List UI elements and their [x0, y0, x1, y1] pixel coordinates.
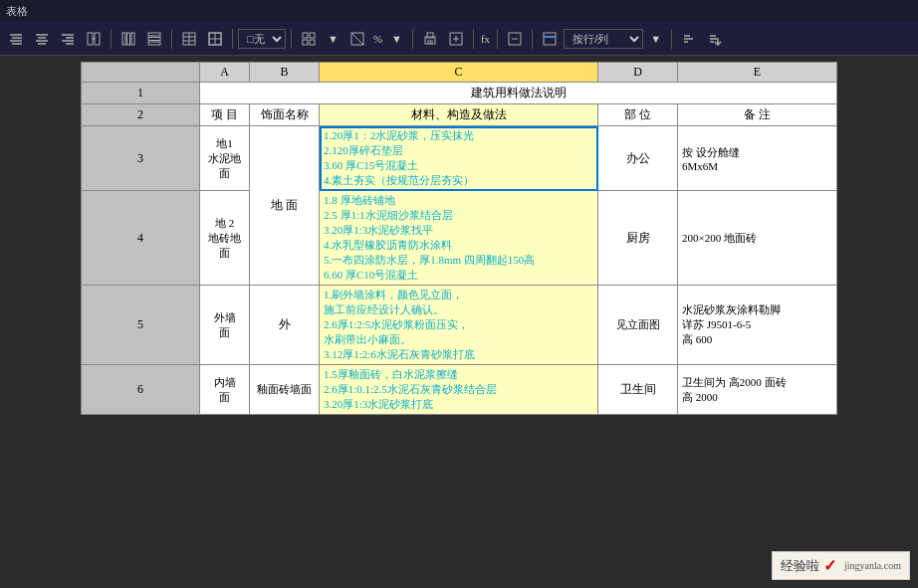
title-cell[interactable]: 建筑用料做法说明 — [200, 83, 837, 104]
corner-cell — [82, 63, 200, 83]
rownum-1: 1 — [82, 83, 200, 104]
sep8 — [532, 29, 533, 49]
cell-3-E[interactable]: 按 设分舱缝 6Mx6M — [678, 126, 837, 191]
row-1: 1 建筑用料做法说明 — [82, 83, 837, 104]
svg-rect-30 — [303, 40, 308, 45]
header-A[interactable]: 项 目 — [200, 104, 250, 126]
svg-rect-13 — [95, 33, 100, 45]
cell-4-A[interactable]: 地 2 地砖地面 — [200, 191, 250, 286]
watermark: 经验啦 ✓ jingyanla.com — [772, 551, 910, 580]
cell-4-E[interactable]: 200×200 地面砖 — [678, 191, 837, 286]
cell-6-E[interactable]: 卫生间为 高2000 面砖 高 2000 — [678, 365, 837, 415]
toolbar-percent-label: % — [371, 33, 384, 45]
toolbar-row-format[interactable] — [142, 29, 166, 49]
toolbar-sort2-btn[interactable] — [703, 29, 727, 49]
row-3: 3 地1 水泥地面 地 面 1.20厚1：2水泥砂浆，压实抹光 2.120厚碎石… — [82, 126, 837, 191]
toolbar-col-format[interactable] — [116, 29, 140, 49]
table-title-text: 建筑用料做法说明 — [471, 86, 567, 99]
cell-3-B[interactable]: 地 面 — [250, 126, 320, 286]
rownum-5: 5 — [82, 286, 200, 365]
header-B[interactable]: 饰面名称 — [250, 104, 320, 126]
cell-4-D[interactable]: 厨房 — [598, 191, 678, 286]
top-bar: 表格 — [0, 0, 918, 22]
toolbar-indent-left[interactable] — [4, 29, 28, 49]
header-D[interactable]: 部 位 — [598, 104, 678, 126]
row-2: 2 项 目 饰面名称 材料、构造及做法 部 位 备 注 — [82, 104, 837, 126]
col-header-A: A — [200, 63, 250, 83]
header-D-text: 部 位 — [624, 107, 651, 121]
toolbar-percent-btn[interactable] — [345, 29, 369, 49]
col-header-B: B — [250, 63, 320, 83]
cell-3-C[interactable]: 1.20厚1：2水泥砂浆，压实抹光 2.120厚碎石垫层 3.60 厚C15号混… — [320, 126, 598, 191]
sheet-wrapper: A B C D E 1 建筑用料做法说明 2 项 目 — [0, 56, 918, 425]
toolbar-indent-right[interactable] — [56, 29, 80, 49]
rownum-4: 4 — [82, 191, 200, 286]
cell-3-A[interactable]: 地1 水泥地面 — [200, 126, 250, 191]
sep2 — [171, 29, 172, 49]
toolbar-border2-btn[interactable]: ▼ — [323, 30, 344, 48]
svg-rect-17 — [131, 33, 134, 45]
row-6: 6 内墙 面 釉面砖墙面 1.5厚釉面砖，白水泥浆擦缝 2.6厚1:0.1:2.… — [82, 365, 837, 415]
toolbar-fx-label: fx — [479, 33, 492, 45]
watermark-check-icon: ✓ — [823, 556, 836, 575]
toolbar-indent-center[interactable] — [30, 29, 54, 49]
toolbar-sort-btn[interactable] — [677, 29, 701, 49]
rownum-6: 6 — [82, 365, 200, 415]
toolbar-table-insert[interactable] — [177, 29, 201, 49]
watermark-text: 经验啦 — [781, 557, 819, 575]
toolbar-border[interactable] — [203, 29, 227, 49]
toolbar: □无 ▼ % ▼ fx 按行/列 ▼ — [0, 22, 918, 56]
toolbar-freeze-btn[interactable] — [538, 29, 562, 49]
watermark-url: jingyanla.com — [844, 560, 901, 571]
cell-6-B[interactable]: 釉面砖墙面 — [250, 365, 320, 415]
col-header-D: D — [598, 63, 678, 83]
sep5 — [412, 29, 413, 49]
svg-rect-12 — [88, 33, 93, 45]
cell-6-C[interactable]: 1.5厚釉面砖，白水泥浆擦缝 2.6厚1:0.1:2.5水泥石灰青砂浆结合层 3… — [320, 365, 598, 415]
cell-5-B[interactable]: 外 — [250, 286, 320, 365]
svg-rect-19 — [148, 37, 160, 40]
col-header-C: C — [320, 63, 598, 83]
sep6 — [473, 29, 474, 49]
col-header-E: E — [678, 63, 837, 83]
toolbar-border-style-select[interactable]: □无 — [238, 29, 286, 49]
rownum-3: 3 — [82, 126, 200, 191]
svg-rect-29 — [310, 33, 315, 38]
sep7 — [497, 29, 498, 49]
svg-rect-43 — [544, 33, 556, 45]
row-4: 4 地 2 地砖地面 1.8 厚地砖铺地 2.5 厚1:1水泥细沙浆结合层 3.… — [82, 191, 837, 286]
header-C[interactable]: 材料、构造及做法 — [320, 104, 598, 126]
cell-6-D[interactable]: 卫生间 — [598, 365, 678, 415]
cell-5-A[interactable]: 外墙 面 — [200, 286, 250, 365]
toolbar-print2-btn[interactable] — [444, 29, 468, 49]
toolbar-cell-ref-btn[interactable] — [503, 29, 527, 49]
cell-6-A[interactable]: 内墙 面 — [200, 365, 250, 415]
header-E[interactable]: 备 注 — [678, 104, 837, 126]
svg-rect-28 — [303, 33, 308, 38]
svg-line-33 — [351, 33, 363, 45]
svg-rect-16 — [127, 33, 130, 45]
cell-5-D[interactable]: 见立面图 — [598, 286, 678, 365]
row-5: 5 外墙 面 外 1.刷外墙涂料，颜色见立面， 施工前应经设计人确认。 2.6厚… — [82, 286, 837, 365]
cell-5-C[interactable]: 1.刷外墙涂料，颜色见立面， 施工前应经设计人确认。 2.6厚1:2:5水泥砂浆… — [320, 286, 598, 365]
cell-3-D[interactable]: 办公 — [598, 126, 678, 191]
header-E-text: 备 注 — [744, 107, 771, 121]
svg-rect-20 — [148, 42, 160, 45]
app-title: 表格 — [6, 4, 28, 19]
header-B-text: 饰面名称 — [261, 107, 309, 121]
toolbar-rowcol-dropdown[interactable]: ▼ — [645, 30, 666, 48]
toolbar-percent-btn2[interactable]: ▼ — [386, 30, 407, 48]
sep4 — [291, 29, 292, 49]
header-A-text: 项 目 — [211, 107, 238, 121]
sep9 — [671, 29, 672, 49]
sep1 — [111, 29, 112, 49]
cell-4-C[interactable]: 1.8 厚地砖铺地 2.5 厚1:1水泥细沙浆结合层 3.20厚1:3水泥砂浆找… — [320, 191, 598, 286]
svg-rect-31 — [310, 40, 315, 45]
svg-rect-15 — [122, 33, 125, 45]
header-C-text: 材料、构造及做法 — [411, 107, 507, 121]
cell-5-E[interactable]: 水泥砂浆灰涂料勒脚 详苏 J9501-6-5 高 600 — [678, 286, 837, 365]
toolbar-grid-btn[interactable] — [297, 29, 321, 49]
toolbar-row-col-select[interactable]: 按行/列 — [564, 29, 643, 49]
toolbar-merge[interactable] — [82, 29, 106, 49]
toolbar-print-btn[interactable] — [418, 29, 442, 49]
